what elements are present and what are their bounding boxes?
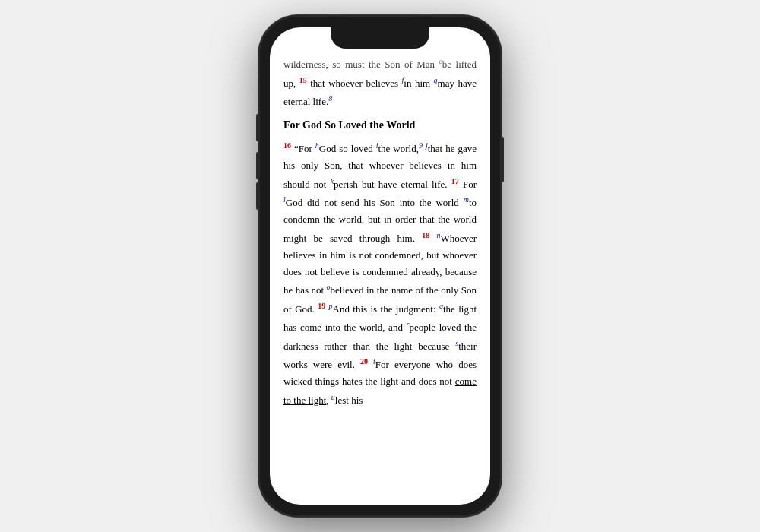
top-partial-text: wilderness, so must the Son of Man ebe l…: [283, 59, 477, 107]
phone-device: wilderness, so must the Son of Man ebe l…: [258, 15, 502, 517]
screen-content[interactable]: wilderness, so must the Son of Man ebe l…: [270, 27, 490, 505]
underline-come-to-light: come to the light: [283, 375, 477, 405]
verse-18: 18 nWhoever believes in him is not conde…: [283, 233, 477, 315]
phone-screen: wilderness, so must the Son of Man ebe l…: [270, 27, 490, 505]
bible-text: wilderness, so must the Son of Man ebe l…: [283, 55, 477, 409]
phone-notch: [331, 27, 429, 49]
section-heading: For God So Loved the World: [283, 116, 477, 135]
verse-16: 16 “For hGod so loved ithe world,9 jthat…: [283, 143, 477, 190]
